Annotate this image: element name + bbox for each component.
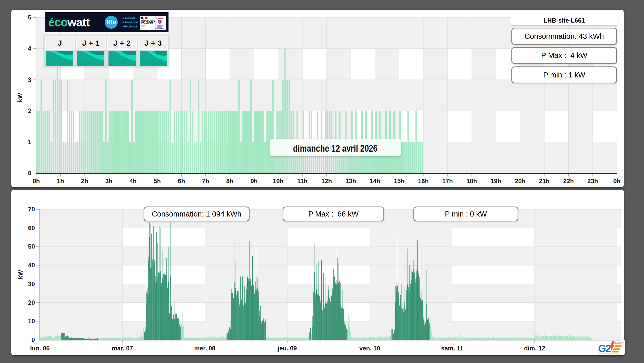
svg-text:2: 2 [28,107,31,114]
svg-text:0: 0 [28,170,31,176]
svg-text:14h: 14h [370,178,380,184]
svg-text:9h: 9h [250,178,257,184]
svg-text:0h: 0h [33,178,40,184]
svg-text:0: 0 [32,336,35,343]
svg-text:5: 5 [28,14,31,21]
svg-text:ven. 10: ven. 10 [359,345,380,352]
svg-text:40: 40 [28,262,35,269]
svg-text:30: 30 [28,280,35,287]
svg-text:20: 20 [28,299,35,306]
svg-text:G2: G2 [598,343,611,354]
svg-text:10: 10 [28,318,35,325]
svg-text:5h: 5h [154,178,161,184]
svg-text:20h: 20h [515,178,525,184]
svg-text:6h: 6h [178,178,185,184]
svg-text:23h: 23h [587,178,598,184]
svg-text:kW: kW [17,270,24,279]
svg-text:3h: 3h [105,178,112,184]
svg-text:lun. 06: lun. 06 [30,345,50,352]
svg-text:dim. 12: dim. 12 [524,345,545,352]
svg-text:70: 70 [28,206,35,213]
svg-text:1: 1 [28,139,31,145]
svg-text:50: 50 [28,243,35,250]
svg-text:18h: 18h [467,178,477,184]
svg-text:1h: 1h [57,178,64,184]
svg-text:60: 60 [28,224,35,231]
svg-text:15h: 15h [394,178,404,184]
svg-text:13h: 13h [345,178,356,184]
svg-text:10h: 10h [273,178,283,184]
svg-text:22h: 22h [563,178,574,184]
svg-text:0h: 0h [613,178,620,184]
svg-text:7h: 7h [202,178,209,184]
svg-text:kW: kW [16,93,23,102]
svg-text:8h: 8h [226,178,233,184]
svg-text:4: 4 [28,45,32,52]
svg-text:12h: 12h [321,178,332,184]
svg-text:17h: 17h [442,178,453,184]
svg-text:19h: 19h [491,178,501,184]
svg-text:FRANCE: FRANCE [613,342,623,345]
svg-text:16h: 16h [418,178,429,184]
svg-text:3: 3 [28,76,31,83]
svg-text:mar. 07: mar. 07 [112,345,133,352]
svg-text:4h: 4h [130,178,137,184]
svg-text:Optimisation des ressources én: Optimisation des ressources énergétiques [599,353,621,355]
svg-text:11h: 11h [297,178,308,184]
svg-text:jeu. 09: jeu. 09 [278,345,297,352]
svg-text:2h: 2h [81,178,88,184]
svg-text:sam. 11: sam. 11 [441,345,463,352]
svg-text:mer. 08: mer. 08 [194,345,215,352]
svg-text:21h: 21h [539,178,550,184]
